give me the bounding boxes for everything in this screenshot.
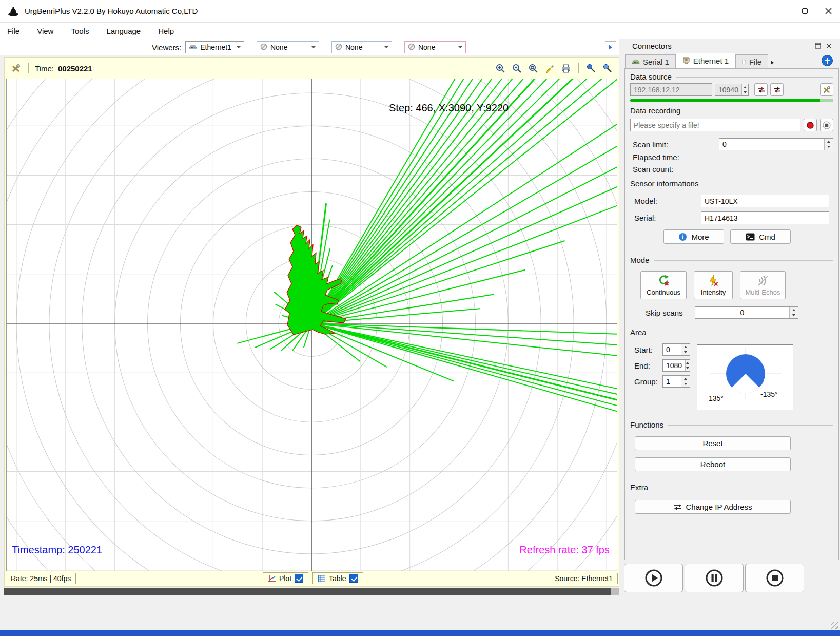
skip-scans-spinner[interactable]: 0 [695,306,798,319]
intensity-icon [708,275,719,286]
spinner-arrows[interactable] [681,344,690,355]
brush-button[interactable] [543,62,556,74]
connector-tabs: Serial 1 Ethernet 1 File [623,53,840,68]
menu-item-view[interactable]: View [37,27,53,35]
port-spinner[interactable]: 10940 [715,84,749,96]
skip-scans-value: 0 [695,307,789,318]
pin-step-button[interactable] [585,62,597,74]
area-group-value: 1 [663,376,681,387]
minimize-button[interactable] [769,0,793,22]
tab-serial-1[interactable]: Serial 1 [625,54,676,68]
mode-label: Mode [630,256,833,264]
record-button[interactable] [804,119,817,131]
stop-icon [823,121,831,129]
intensity-button[interactable]: Intensity [694,271,733,299]
plot-horizontal-scrollbar[interactable] [4,588,619,595]
resize-grip[interactable] [831,622,838,629]
table-toggle[interactable]: Table [312,572,363,584]
disconnect-icon [773,86,781,93]
zoom-in-button[interactable] [494,62,506,74]
serial-field[interactable] [701,211,829,224]
change-ip-button-label: Change IP Address [686,503,752,511]
cmd-button[interactable]: Cmd [730,229,791,244]
menubar: File View Tools Language Help [0,23,840,39]
zoom-out-button[interactable] [511,62,523,74]
close-panel-icon[interactable] [826,42,832,50]
zoom-fit-button[interactable] [527,62,539,74]
ip-address-field[interactable] [630,83,712,96]
elapsed-time-label: Elapsed time: [633,153,679,162]
play-button[interactable] [624,564,683,592]
data-source-settings-button[interactable] [820,83,833,96]
record-file-input[interactable] [630,119,800,131]
swap-arrows-icon [674,504,682,510]
spinner-arrows[interactable] [681,376,690,387]
record-icon [806,121,814,129]
tab-scroll-button[interactable] [769,57,777,68]
viewer-select-4[interactable]: None [404,41,466,53]
scan-plot[interactable]: Step: 466, X:3090, Y:9220 Timestamp: 250… [6,79,617,571]
connect-button[interactable] [754,83,768,96]
time-label: Time: [35,64,54,73]
pause-button[interactable] [685,564,744,592]
tab-ethernet-1[interactable]: Ethernet 1 [676,53,735,68]
spinner-arrows[interactable] [789,307,798,318]
more-button[interactable]: More [663,229,724,244]
area-end-spinner[interactable]: 1080 [662,359,690,372]
connect-icon [757,86,765,93]
connector-icon [189,43,197,51]
source-text: Source: Ethernet1 [555,574,613,583]
file-icon [742,58,746,66]
continuous-button[interactable]: Continuous [640,271,687,299]
reset-button[interactable]: Reset [635,436,791,450]
viewer-select-2[interactable]: None [257,41,319,53]
scrollbar-thumb[interactable] [4,588,611,595]
tab-file[interactable]: File [735,54,768,68]
menu-item-tools[interactable]: Tools [71,27,89,35]
connectors-header: Connectors [623,39,840,53]
area-end-label: End: [634,361,662,370]
reset-button-label: Reset [702,439,722,448]
reboot-button[interactable]: Reboot [635,457,791,471]
plot-statusbar: Rate: 25ms | 40fps Plot Table Source: Et… [5,571,619,585]
serial-icon [632,59,640,65]
print-button[interactable] [560,62,572,74]
menu-item-file[interactable]: File [7,27,19,35]
viewer-select-1[interactable]: Ethernet1 [185,41,244,53]
model-field[interactable] [701,195,829,207]
pin-point-button[interactable] [601,62,614,74]
timestamp-overlay: Timestamp: 250221 [12,544,102,556]
stop-button[interactable] [745,564,804,592]
plot-settings-button[interactable] [10,62,22,74]
chevron-down-icon [458,46,462,50]
area-start-spinner[interactable]: 0 [662,343,690,356]
float-panel-icon[interactable] [815,42,821,50]
angle-left-label: 135° [709,394,724,402]
plot-toolbar: Time: 00250221 [5,58,619,79]
viewer-select-3[interactable]: None [331,41,392,53]
spinner-arrows[interactable] [741,84,748,95]
change-ip-button[interactable]: Change IP Address [635,500,791,514]
spinner-arrows[interactable] [824,139,833,150]
viewers-expand-button[interactable] [605,41,616,53]
continuous-label: Continuous [647,288,680,296]
close-button[interactable] [816,0,840,22]
scan-limit-spinner[interactable]: 0 [719,138,833,150]
scan-canvas[interactable] [7,79,617,571]
menu-item-language[interactable]: Language [106,27,141,35]
add-connector-button[interactable] [822,55,833,66]
stop-recording-button[interactable] [820,119,833,131]
plot-checkbox[interactable] [295,574,303,583]
menu-item-help[interactable]: Help [158,27,174,35]
maximize-button[interactable] [793,0,816,22]
table-checkbox[interactable] [349,574,358,583]
scan-limit-value: 0 [719,139,824,150]
area-group-spinner[interactable]: 1 [662,375,690,388]
plot-toggle[interactable]: Plot [263,572,308,584]
disconnect-button[interactable] [770,83,784,96]
plot-icon [268,574,276,583]
spinner-arrows[interactable] [685,360,690,371]
extra-label: Extra [630,483,833,492]
functions-label: Functions [630,420,833,429]
data-recording-label: Data recording [630,106,833,115]
